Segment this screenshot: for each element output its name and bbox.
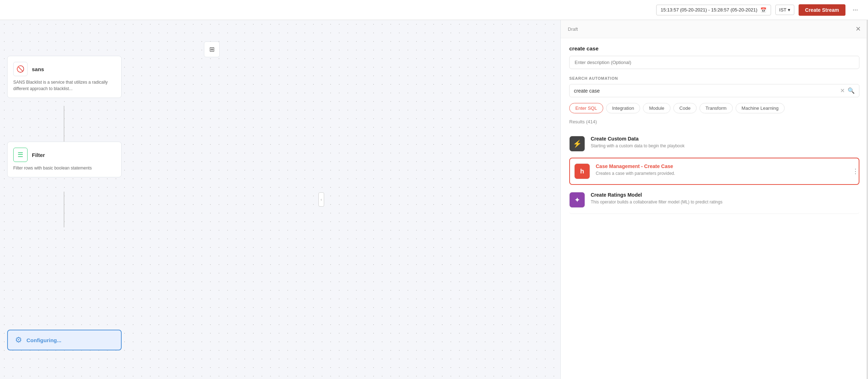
connector-line-1	[64, 106, 64, 142]
create-ratings-model-desc: This operator builds a collaborative fil…	[591, 199, 859, 205]
create-custom-data-icon: ⚡	[569, 136, 585, 152]
panel-close-button[interactable]: ✕	[855, 25, 861, 33]
timezone-label: IST	[779, 7, 786, 13]
filter-node[interactable]: ☰ Filter Filter rows with basic boolean …	[7, 142, 122, 177]
more-icon: ···	[853, 6, 858, 13]
results-section: Results (414) ⚡ Create Custom Data Start…	[561, 119, 868, 214]
search-icon-button[interactable]: 🔍	[848, 87, 855, 94]
case-management-more-button[interactable]: ⋮	[852, 167, 859, 175]
configuring-node[interactable]: ⚙ Configuring...	[7, 330, 122, 350]
tab-enter-sql-label: Enter SQL	[575, 105, 597, 111]
panel-form-title: create case	[569, 45, 859, 51]
case-management-desc: Creates a case with parameters provided.	[596, 171, 854, 177]
tab-integration-label: Integration	[612, 105, 634, 111]
tab-enter-sql[interactable]: Enter SQL	[569, 103, 603, 113]
tab-machine-learning[interactable]: Machine Learning	[736, 103, 785, 113]
create-ratings-model-info: Create Ratings Model This operator build…	[591, 192, 859, 205]
create-custom-data-info: Create Custom Data Starting with a custo…	[591, 136, 859, 149]
tab-module[interactable]: Module	[643, 103, 670, 113]
connector-line-2	[64, 192, 64, 227]
collapse-toggle[interactable]: ‹	[318, 192, 324, 207]
tab-transform-label: Transform	[706, 105, 727, 111]
search-section: SEARCH AUTOMATION ✕ 🔍	[561, 76, 868, 103]
time-range-button[interactable]: 15:13:57 (05-20-2021) - 15:28:57 (05-20-…	[656, 5, 771, 15]
canvas-area: ⊞ 🚫 sans SANS Blacklist is a service tha…	[0, 20, 560, 379]
calendar-icon: 📅	[760, 7, 766, 13]
create-custom-data-title: Create Custom Data	[591, 136, 859, 142]
main-content: ⊞ 🚫 sans SANS Blacklist is a service tha…	[0, 20, 868, 379]
case-management-info: Case Management - Create Case Creates a …	[596, 163, 854, 177]
right-panel: Draft ✕ create case SEARCH AUTOMATION ✕ …	[560, 20, 868, 379]
tab-transform[interactable]: Transform	[699, 103, 733, 113]
result-item-case-management[interactable]: h Case Management - Create Case Creates …	[569, 158, 859, 185]
configuring-label: Configuring...	[26, 337, 61, 343]
network-icon: ⊞	[209, 45, 215, 53]
gear-icon: ⚙	[15, 335, 22, 345]
timezone-selector[interactable]: IST ▾	[775, 5, 794, 15]
create-ratings-model-icon: ✦	[569, 192, 585, 208]
clear-icon: ✕	[840, 88, 845, 94]
filter-node-desc: Filter rows with basic boolean statement…	[13, 165, 116, 171]
filter-tabs: Enter SQL Integration Module Code Transf…	[561, 103, 868, 119]
panel-form: create case	[561, 38, 868, 76]
results-scroll: Results (414) ⚡ Create Custom Data Start…	[561, 119, 868, 379]
draft-label: Draft	[568, 26, 578, 32]
case-management-title: Case Management - Create Case	[596, 163, 854, 169]
search-icon: 🔍	[848, 88, 855, 94]
tab-code-label: Code	[679, 105, 691, 111]
time-range-text: 15:13:57 (05-20-2021) - 15:28:57 (05-20-…	[661, 7, 757, 13]
case-management-icon: h	[574, 163, 590, 179]
description-input[interactable]	[569, 56, 859, 69]
search-input[interactable]	[574, 88, 837, 94]
search-label: SEARCH AUTOMATION	[569, 76, 859, 80]
search-input-wrap: ✕ 🔍	[569, 84, 859, 97]
results-count: Results (414)	[569, 119, 859, 124]
filter-node-title: Filter	[32, 152, 45, 158]
create-stream-button[interactable]: Create Stream	[799, 4, 845, 16]
create-ratings-model-title: Create Ratings Model	[591, 192, 859, 198]
sans-node-header: 🚫 sans	[13, 62, 116, 76]
chevron-down-icon: ▾	[788, 7, 790, 13]
panel-resize-handle[interactable]	[867, 20, 868, 379]
tab-code[interactable]: Code	[673, 103, 697, 113]
result-item-create-custom-data[interactable]: ⚡ Create Custom Data Starting with a cus…	[569, 130, 859, 158]
sans-node-icon: 🚫	[13, 62, 28, 76]
top-bar: 15:13:57 (05-20-2021) - 15:28:57 (05-20-…	[0, 0, 868, 20]
sans-node[interactable]: 🚫 sans SANS Blacklist is a service that …	[7, 56, 122, 98]
sans-node-desc: SANS Blacklist is a service that utilize…	[13, 79, 116, 92]
tab-integration[interactable]: Integration	[606, 103, 640, 113]
tab-module-label: Module	[649, 105, 664, 111]
more-options-button[interactable]: ···	[850, 5, 861, 15]
create-custom-data-desc: Starting with a custom data to begin the…	[591, 143, 859, 149]
chevron-left-icon: ‹	[321, 198, 322, 202]
sans-node-title: sans	[32, 66, 44, 72]
network-button[interactable]: ⊞	[204, 41, 220, 57]
result-item-create-ratings-model[interactable]: ✦ Create Ratings Model This operator bui…	[569, 186, 859, 214]
create-stream-label: Create Stream	[805, 7, 839, 13]
filter-node-icon: ☰	[13, 148, 28, 162]
panel-header: Draft ✕	[561, 20, 868, 38]
tab-machine-learning-label: Machine Learning	[742, 105, 779, 111]
filter-node-header: ☰ Filter	[13, 148, 116, 162]
search-clear-button[interactable]: ✕	[840, 87, 845, 94]
